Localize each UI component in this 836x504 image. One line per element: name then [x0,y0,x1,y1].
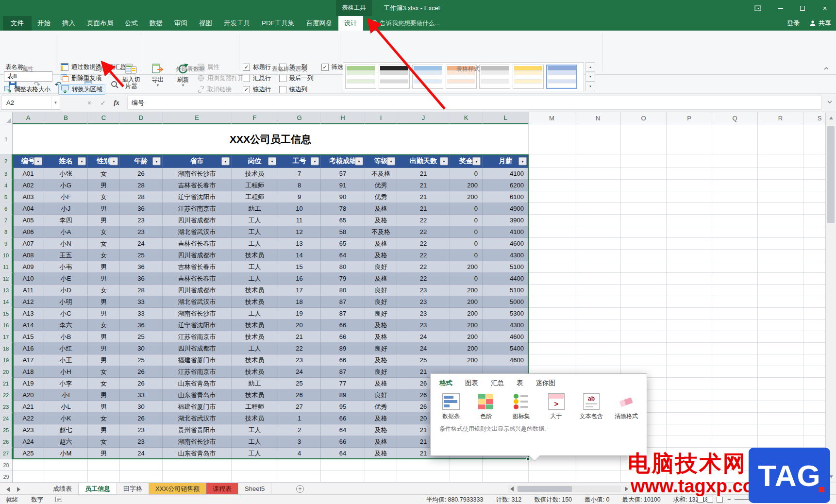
view-page-layout-icon[interactable] [707,497,713,503]
table-cell[interactable]: 小G [44,180,88,191]
column-header-L[interactable]: L [483,112,529,124]
grid-cell[interactable] [575,203,621,215]
table-cell[interactable]: 2 [278,424,321,436]
table-cell[interactable]: 江苏省南京市 [163,203,232,215]
table-cell[interactable]: 良好 [365,308,397,319]
table-cell[interactable]: 工人 [232,424,278,436]
table-cell[interactable]: 26 [120,366,163,378]
table-cell[interactable]: 小王 [44,354,88,366]
grid-cell[interactable] [163,459,232,471]
table-cell[interactable]: 技术员 [232,354,278,366]
row-header-2[interactable]: 2 [0,154,13,168]
table-cell[interactable]: 26 [120,168,163,180]
grid-cell[interactable] [621,319,667,331]
maximize-button[interactable] [791,0,814,16]
table-cell[interactable]: A23 [13,424,44,436]
table-cell[interactable]: 25 [120,331,163,343]
checkbox-banded-rows[interactable]: ✓ [243,86,250,93]
grid-cell[interactable] [621,203,667,215]
grid-cell[interactable] [529,250,575,261]
row-header-20[interactable]: 20 [0,366,13,378]
grid-cell[interactable] [575,238,621,250]
grid-cell[interactable] [529,343,575,354]
filter-button[interactable]: ▼ [110,157,118,165]
grid-cell[interactable] [758,191,803,203]
ribbon-tab-developer[interactable]: 开发工具 [218,16,256,31]
table-cell[interactable]: A17 [13,354,44,366]
grid-cell[interactable] [712,215,758,226]
table-cell[interactable]: 5400 [483,343,529,354]
table-cell[interactable]: 1 [278,413,321,424]
column-header-A[interactable]: A [13,112,44,124]
table-cell[interactable]: 200 [450,308,483,319]
collapse-ribbon-icon[interactable] [823,64,829,72]
table-cell[interactable]: 技术员 [232,168,278,180]
table-cell[interactable]: A03 [13,191,44,203]
sheet-nav-prev[interactable] [5,487,11,492]
row-header-27[interactable]: 27 [0,448,13,459]
horizontal-scrollbar-thumb[interactable] [518,486,572,492]
grid-cell[interactable] [712,124,758,154]
row-header-28[interactable]: 28 [0,459,13,471]
grid-cell[interactable] [621,238,667,250]
grid-cell[interactable] [232,471,278,483]
table-cell[interactable]: 良好 [365,296,397,308]
grid-cell[interactable] [575,343,621,354]
zoom-out-button[interactable]: − [727,496,731,503]
grid-cell[interactable] [120,471,163,483]
table-cell[interactable]: 200 [450,343,483,354]
grid-cell[interactable] [529,191,575,203]
table-cell[interactable]: 3 [278,436,321,448]
qa-tab-totals[interactable]: 汇总 [491,379,504,387]
table-cell[interactable]: 女 [88,226,120,238]
table-cell[interactable]: 助工 [232,203,278,215]
grid-cell[interactable] [278,459,321,471]
table-cell[interactable]: 及格 [365,203,397,215]
table-cell[interactable]: 5100 [483,285,529,296]
grid-cell[interactable] [13,459,44,471]
table-cell[interactable]: 0 [450,226,483,238]
table-header-K[interactable]: 奖金▼ [450,154,483,168]
grid-cell[interactable] [529,180,575,191]
column-header-Q[interactable]: Q [712,112,758,124]
grid-cell[interactable] [575,319,621,331]
table-cell[interactable]: 11 [278,215,321,226]
table-cell[interactable]: 7 [278,168,321,180]
grid-cell[interactable] [758,124,803,154]
grid-cell[interactable] [758,261,803,273]
grid-cell[interactable] [621,215,667,226]
ribbon-tab-design[interactable]: 设计 [338,16,363,31]
grid-cell[interactable] [450,459,483,471]
table-cell[interactable]: 87 [321,296,365,308]
row-header-11[interactable]: 11 [0,261,13,273]
table-cell[interactable]: 李四 [44,215,88,226]
grid-cell[interactable] [667,215,712,226]
table-cell[interactable]: 200 [450,180,483,191]
column-header-E[interactable]: E [163,112,232,124]
table-cell[interactable]: 湖南省长沙市 [163,308,232,319]
grid-cell[interactable] [575,285,621,296]
table-cell[interactable]: 男 [88,180,120,191]
table-cell[interactable]: 男 [88,331,120,343]
grid-cell[interactable] [120,459,163,471]
grid-cell[interactable] [712,296,758,308]
row-header-29[interactable]: 29 [0,471,13,483]
filter-button[interactable]: ▼ [518,157,527,165]
ribbon-tab-pdf-tools[interactable]: PDF工具集 [256,16,301,31]
table-cell[interactable]: 58 [321,226,365,238]
grid-cell[interactable] [397,471,450,483]
grid-cell[interactable] [712,319,758,331]
column-header-G[interactable]: G [278,112,321,124]
qa-tab-tables[interactable]: 表 [517,379,523,387]
table-cell[interactable]: 吉林省长春市 [163,273,232,285]
grid-cell[interactable] [667,308,712,319]
qa-item-greater-than[interactable]: >大于 [540,391,573,421]
grid-cell[interactable] [529,296,575,308]
grid-cell[interactable] [621,154,667,168]
ribbon-display-options-icon[interactable] [747,0,769,16]
print-preview-button[interactable] [108,78,121,91]
table-cell[interactable]: 23 [120,424,163,436]
table-cell[interactable]: 男 [88,296,120,308]
grid-cell[interactable] [278,471,321,483]
grid-cell[interactable] [529,168,575,180]
